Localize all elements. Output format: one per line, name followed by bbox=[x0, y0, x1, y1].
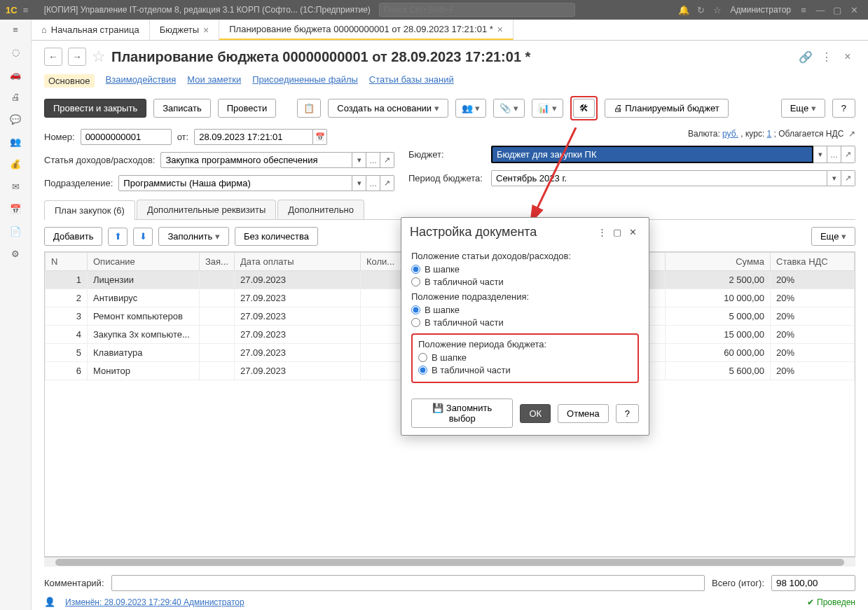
favorite-icon[interactable]: ☆ bbox=[92, 48, 106, 66]
rail-print-icon[interactable]: 🖨 bbox=[8, 90, 22, 104]
ellipsis-icon[interactable]: … bbox=[827, 146, 841, 163]
open-icon[interactable]: ↗ bbox=[841, 170, 855, 186]
doc-settings-button[interactable]: 🛠 bbox=[573, 99, 595, 118]
g3-table-option[interactable]: В табличной части bbox=[418, 365, 632, 375]
col-n[interactable]: N bbox=[46, 253, 88, 271]
star-icon[interactable]: ☆ bbox=[709, 5, 726, 15]
tab-budgets[interactable]: Бюджеты × bbox=[150, 20, 220, 40]
rail-menu-icon[interactable]: ≡ bbox=[8, 22, 22, 36]
close-icon[interactable]: × bbox=[203, 25, 209, 36]
col-qty[interactable]: Коли... bbox=[361, 253, 403, 271]
create-based-button[interactable]: Создать на основании bbox=[328, 99, 448, 118]
sub-tab-extra[interactable]: Дополнительные реквизиты bbox=[137, 200, 276, 219]
link-icon[interactable]: 🔗 bbox=[798, 50, 813, 64]
save-button[interactable]: Записать bbox=[153, 99, 211, 118]
number-input[interactable] bbox=[81, 129, 172, 145]
report-icon-button[interactable]: 📊 bbox=[532, 99, 563, 118]
dropdown-icon[interactable]: ▾ bbox=[352, 152, 366, 168]
rail-mail-icon[interactable]: ✉ bbox=[8, 179, 22, 193]
sub-tab-plan[interactable]: План закупок (6) bbox=[44, 200, 135, 220]
col-sum[interactable]: Сумма bbox=[666, 253, 771, 271]
modified-link[interactable]: Изменён: 28.09.2023 17:29:40 Администрат… bbox=[65, 597, 244, 607]
g1-header-option[interactable]: В шапке bbox=[411, 264, 639, 275]
ellipsis-icon[interactable]: … bbox=[366, 152, 380, 168]
attach-icon-button[interactable]: 📎 bbox=[493, 99, 525, 118]
col-desc[interactable]: Описание bbox=[88, 253, 200, 271]
section-main[interactable]: Основное bbox=[44, 74, 95, 88]
rail-dashboard-icon[interactable]: ◌ bbox=[8, 45, 22, 59]
help-button[interactable]: ? bbox=[832, 99, 855, 118]
close-page-icon[interactable]: × bbox=[840, 50, 855, 63]
settings-icon[interactable]: ≡ bbox=[795, 5, 812, 15]
g2-table-option[interactable]: В табличной части bbox=[411, 317, 639, 328]
move-down-button[interactable]: ⬇ bbox=[133, 228, 153, 246]
rail-users-icon[interactable]: 👥 bbox=[8, 134, 22, 148]
rail-car-icon[interactable]: 🚗 bbox=[8, 67, 22, 81]
ok-button[interactable]: ОК bbox=[520, 404, 551, 423]
search-input[interactable] bbox=[379, 3, 575, 17]
user-label[interactable]: Администратор bbox=[730, 5, 791, 15]
more-button[interactable]: Еще bbox=[781, 99, 825, 118]
close-window-icon[interactable]: ✕ bbox=[846, 5, 862, 15]
ellipsis-icon[interactable]: … bbox=[366, 175, 380, 191]
section-notes[interactable]: Мои заметки bbox=[187, 74, 241, 88]
close-icon[interactable]: × bbox=[497, 24, 503, 35]
rail-copy-icon[interactable]: 📄 bbox=[8, 224, 22, 238]
section-interactions[interactable]: Взаимодействия bbox=[106, 74, 177, 88]
col-vat[interactable]: Ставка НДС bbox=[771, 253, 855, 271]
rate-link[interactable]: 1 bbox=[767, 129, 772, 139]
dropdown-icon[interactable]: ▾ bbox=[352, 175, 366, 191]
tab-planning[interactable]: Планирование бюджета 00000000001 от 28.0… bbox=[219, 20, 514, 40]
rail-gear-icon[interactable]: ⚙ bbox=[8, 247, 22, 261]
cancel-button[interactable]: Отмена bbox=[558, 404, 609, 423]
users-icon-button[interactable]: 👥 bbox=[455, 99, 487, 118]
horizontal-scrollbar[interactable] bbox=[44, 557, 855, 567]
section-files[interactable]: Присоединенные файлы bbox=[252, 74, 358, 88]
date-input[interactable] bbox=[194, 129, 313, 145]
rail-chat-icon[interactable]: 💬 bbox=[8, 112, 22, 126]
currency-link[interactable]: руб. bbox=[722, 129, 738, 139]
col-req[interactable]: Зая... bbox=[200, 253, 235, 271]
open-icon[interactable]: ↗ bbox=[848, 129, 855, 139]
open-icon[interactable]: ↗ bbox=[380, 152, 394, 168]
g1-table-option[interactable]: В табличной части bbox=[411, 277, 639, 287]
dropdown-icon[interactable]: ▾ bbox=[813, 146, 827, 163]
comment-input[interactable] bbox=[111, 575, 705, 591]
g3-header-option[interactable]: В шапке bbox=[418, 352, 632, 363]
sub-tab-more[interactable]: Дополнительно bbox=[277, 200, 364, 219]
dialog-kebab-icon[interactable]: ⋮ bbox=[594, 227, 609, 237]
bell-icon[interactable]: 🔔 bbox=[675, 5, 692, 15]
move-up-button[interactable]: ⬆ bbox=[108, 228, 128, 246]
open-icon[interactable]: ↗ bbox=[380, 175, 394, 191]
commit-button[interactable]: Провести bbox=[218, 99, 277, 118]
dialog-close-icon[interactable]: ✕ bbox=[625, 227, 640, 237]
rail-money-icon[interactable]: 💰 bbox=[8, 157, 22, 171]
list-more-button[interactable]: Еще bbox=[811, 227, 855, 246]
menu-icon[interactable]: ≡ bbox=[23, 5, 37, 15]
kebab-icon[interactable]: ⋮ bbox=[819, 50, 834, 64]
commit-close-button[interactable]: Провести и закрыть bbox=[44, 99, 146, 118]
open-icon[interactable]: ↗ bbox=[841, 146, 855, 163]
minimize-icon[interactable]: — bbox=[812, 5, 829, 15]
list-icon-button[interactable]: 📋 bbox=[297, 99, 321, 118]
maximize-icon[interactable]: ▢ bbox=[829, 5, 846, 15]
history-icon[interactable]: ↻ bbox=[692, 5, 709, 15]
add-button[interactable]: Добавить bbox=[44, 227, 102, 246]
section-kb[interactable]: Статьи базы знаний bbox=[369, 74, 454, 88]
tab-home[interactable]: ⌂ Начальная страница bbox=[32, 20, 150, 40]
dept-input[interactable] bbox=[118, 175, 352, 191]
budget-input[interactable] bbox=[491, 146, 813, 163]
remember-button[interactable]: Запомнить выбор bbox=[411, 398, 513, 428]
forward-button[interactable]: → bbox=[68, 48, 86, 66]
dialog-help-button[interactable]: ? bbox=[616, 404, 639, 423]
dialog-maximize-icon[interactable]: ▢ bbox=[609, 227, 625, 237]
back-button[interactable]: ← bbox=[44, 48, 62, 66]
col-paydate[interactable]: Дата оплаты bbox=[235, 253, 361, 271]
period-input[interactable] bbox=[491, 170, 827, 186]
calendar-icon[interactable]: 📅 bbox=[313, 129, 327, 145]
article-input[interactable] bbox=[160, 152, 352, 168]
noqty-button[interactable]: Без количества bbox=[235, 227, 318, 246]
fill-button[interactable]: Заполнить bbox=[158, 227, 228, 246]
planned-budget-button[interactable]: 🖨 Планируемый бюджет bbox=[605, 99, 729, 118]
global-search[interactable] bbox=[379, 3, 575, 17]
